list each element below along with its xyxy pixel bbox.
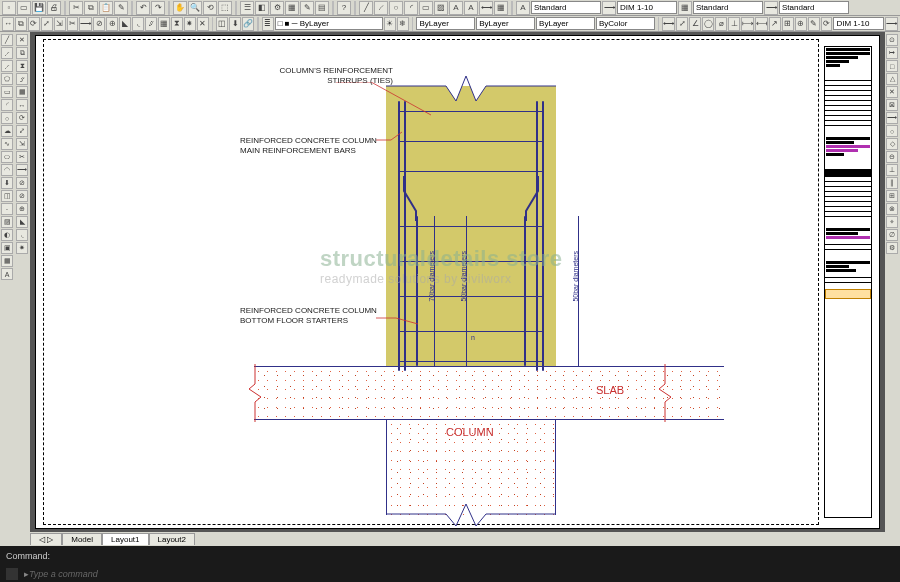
- mod-offset-icon[interactable]: ⫽: [16, 73, 28, 85]
- tool-rect-icon[interactable]: ▭: [419, 1, 433, 15]
- mod-copy-icon[interactable]: ⧉: [16, 47, 28, 59]
- textstyle-combo[interactable]: Standard: [531, 1, 601, 14]
- tool-join-icon[interactable]: ⊕: [106, 17, 118, 31]
- draw-mtext-icon[interactable]: A: [1, 268, 13, 280]
- tool-cut-icon[interactable]: ✂: [69, 1, 83, 15]
- tool-sheet-icon[interactable]: ▦: [285, 1, 299, 15]
- draw-block-icon[interactable]: ◫: [1, 190, 13, 202]
- osnap-par-icon[interactable]: ∥: [886, 177, 898, 189]
- tool-stretch-icon[interactable]: ⇲: [54, 17, 66, 31]
- tool-open-icon[interactable]: ▭: [17, 1, 31, 15]
- tool-mtext-icon[interactable]: A: [464, 1, 478, 15]
- tool-dimcont-icon[interactable]: ⟼: [741, 17, 754, 31]
- draw-spline-icon[interactable]: ∿: [1, 138, 13, 150]
- tool-erase-icon[interactable]: ✕: [197, 17, 209, 31]
- osnap-set-icon[interactable]: ⚙: [886, 242, 898, 254]
- osnap-tan-icon[interactable]: ⊖: [886, 151, 898, 163]
- tool-extend-icon[interactable]: ⟶: [79, 17, 92, 31]
- color-combo[interactable]: ByLayer: [416, 17, 475, 30]
- tool-markup-icon[interactable]: ✎: [300, 1, 314, 15]
- tool-xref-icon[interactable]: 🔗: [242, 17, 254, 31]
- layer-combo[interactable]: □ ■ ─ ByLayer: [275, 17, 383, 30]
- tool-layer-icon[interactable]: ≣: [262, 17, 274, 31]
- tool-fillet-icon[interactable]: ◟: [132, 17, 144, 31]
- osnap-near-icon[interactable]: ⌖: [886, 216, 898, 228]
- tool-dimrad-icon[interactable]: ◯: [702, 17, 714, 31]
- draw-ellipse-icon[interactable]: ⬭: [1, 151, 13, 163]
- tool-tol-icon[interactable]: ⊞: [782, 17, 794, 31]
- osnap-qua-icon[interactable]: ◇: [886, 138, 898, 150]
- tool-offset-icon[interactable]: ⫽: [145, 17, 157, 31]
- draw-hatch-icon[interactable]: ▨: [1, 216, 13, 228]
- tool-dimbase-icon[interactable]: ⟻: [755, 17, 768, 31]
- osnap-appint-icon[interactable]: ⊠: [886, 99, 898, 111]
- mod-join-icon[interactable]: ⊕: [16, 203, 28, 215]
- tool-text-icon[interactable]: A: [449, 1, 463, 15]
- draw-region-icon[interactable]: ▣: [1, 242, 13, 254]
- osnap-from-icon[interactable]: ↦: [886, 47, 898, 59]
- draw-rect-icon[interactable]: ▭: [1, 86, 13, 98]
- draw-table-icon[interactable]: ▦: [1, 255, 13, 267]
- tool-cen-icon[interactable]: ⊕: [795, 17, 807, 31]
- tool-leader-icon[interactable]: ↗: [769, 17, 781, 31]
- tool-print-icon[interactable]: 🖨: [47, 1, 61, 15]
- draw-circle-icon[interactable]: ○: [1, 112, 13, 124]
- tool-new-icon[interactable]: ▫: [2, 1, 16, 15]
- tab-layout1[interactable]: Layout1: [102, 533, 148, 545]
- draw-polygon-icon[interactable]: ⬠: [1, 73, 13, 85]
- tool-dimupdate-icon[interactable]: ⟳: [821, 17, 833, 31]
- tool-table-icon[interactable]: ▦: [494, 1, 508, 15]
- tool-move-icon[interactable]: ↔: [2, 17, 14, 31]
- tool-dim-icon[interactable]: ⟷: [479, 1, 493, 15]
- tool-explode-icon[interactable]: ✷: [184, 17, 196, 31]
- tool-block-icon[interactable]: ◫: [216, 17, 228, 31]
- mod-fillet-icon[interactable]: ◟: [16, 229, 28, 241]
- tool-paste-icon[interactable]: 📋: [99, 1, 113, 15]
- mod-explode-icon[interactable]: ✷: [16, 242, 28, 254]
- tool-mirror-icon[interactable]: ⧗: [171, 17, 183, 31]
- tool-pan-icon[interactable]: ✋: [173, 1, 187, 15]
- draw-point-icon[interactable]: ·: [1, 203, 13, 215]
- lineweight-combo[interactable]: ByLayer: [536, 17, 595, 30]
- tool-dimdia-icon[interactable]: ⌀: [715, 17, 727, 31]
- mod-rotate-icon[interactable]: ⟳: [16, 112, 28, 124]
- osnap-perp-icon[interactable]: ⊥: [886, 164, 898, 176]
- tab-model[interactable]: Model: [62, 533, 102, 545]
- tool-scale-icon[interactable]: ⤢: [41, 17, 53, 31]
- osnap-mid-icon[interactable]: △: [886, 73, 898, 85]
- tool-dimalign-icon[interactable]: ⤢: [676, 17, 688, 31]
- mod-breakpt-icon[interactable]: ⊘: [16, 177, 28, 189]
- draw-gradient-icon[interactable]: ◐: [1, 229, 13, 241]
- tablestyle-combo[interactable]: Standard: [693, 1, 763, 14]
- mod-extend-icon[interactable]: ⟶: [16, 164, 28, 176]
- draw-earc-icon[interactable]: ◠: [1, 164, 13, 176]
- plotstyle-combo[interactable]: ByColor: [596, 17, 655, 30]
- tool-break-icon[interactable]: ⊘: [93, 17, 105, 31]
- mod-move-icon[interactable]: ↔: [16, 99, 28, 111]
- tool-zoom-icon[interactable]: 🔍: [188, 1, 202, 15]
- command-input-row[interactable]: ▸ Type a command: [0, 566, 900, 582]
- osnap-int-icon[interactable]: ✕: [886, 86, 898, 98]
- osnap-ins-icon[interactable]: ⊞: [886, 190, 898, 202]
- mod-scale-icon[interactable]: ⤢: [16, 125, 28, 137]
- tool-insert-icon[interactable]: ⬇: [229, 17, 241, 31]
- mlstyle-combo[interactable]: Standard: [779, 1, 849, 14]
- tool-dimang-icon[interactable]: ∠: [689, 17, 701, 31]
- tool-redo-icon[interactable]: ↷: [151, 1, 165, 15]
- tool-tool-icon[interactable]: ⚙: [270, 1, 284, 15]
- tool-hatch-icon[interactable]: ▨: [434, 1, 448, 15]
- osnap-temp-icon[interactable]: ⊙: [886, 34, 898, 46]
- tool-circle-icon[interactable]: ○: [389, 1, 403, 15]
- tab-layout2[interactable]: Layout2: [149, 533, 195, 545]
- mod-erase-icon[interactable]: ✕: [16, 34, 28, 46]
- tool-dimord-icon[interactable]: ⊥: [728, 17, 740, 31]
- osnap-ext-icon[interactable]: ⟶: [886, 112, 898, 124]
- dimstyle2-combo[interactable]: DIM 1-10: [833, 17, 884, 30]
- draw-xline-icon[interactable]: ⟋: [1, 47, 13, 59]
- tool-copy2-icon[interactable]: ⧉: [15, 17, 27, 31]
- tool-save-icon[interactable]: 💾: [32, 1, 46, 15]
- tool-qcalc-icon[interactable]: ▤: [315, 1, 329, 15]
- tool-dimover-icon[interactable]: ⟶: [885, 17, 898, 31]
- draw-pline-icon[interactable]: ⟋: [1, 60, 13, 72]
- tool-zoomwin-icon[interactable]: ⬚: [218, 1, 232, 15]
